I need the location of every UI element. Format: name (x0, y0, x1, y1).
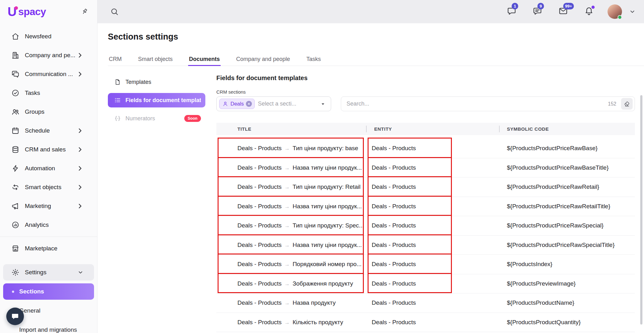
sidebar-item-smart-objects[interactable]: Smart objects (0, 178, 97, 197)
chat-widget-button[interactable] (6, 308, 24, 325)
cell-symbolic-code: ${ProductsProductName} (499, 299, 635, 306)
chevron-right-icon (76, 127, 84, 135)
table-body: Deals - Products→Тип ціни продукту: base… (216, 139, 635, 332)
cell-title: Deals - Products→Тип ціни продукту: Reta… (216, 183, 366, 190)
cell-title: Deals - Products→Назва типу ціни продук.… (216, 164, 366, 171)
sidebar-subitem-sections[interactable]: Sections (3, 283, 94, 300)
notification-badge: 1 (512, 3, 518, 9)
subitem-label: Import and migrations (19, 326, 77, 333)
tab-tasks[interactable]: Tasks (305, 55, 322, 66)
pin-icon[interactable] (79, 6, 90, 17)
sidebar-divider (0, 237, 97, 237)
cell-entity: Deals - Products (366, 242, 499, 248)
sidebar-item-marketing[interactable]: Marketing (0, 197, 97, 216)
search-box: 152 (341, 96, 635, 111)
tab-smart-objects[interactable]: Smart objects (137, 55, 174, 66)
cell-title: Deals - Products→Порядковий номер про... (216, 261, 366, 268)
sidebar: Uspacy NewsfeedCompany and pe...Communic… (0, 0, 97, 333)
crm-sections-select[interactable]: Deals Select a secti... (216, 96, 331, 111)
subnav-item-numerators[interactable]: NumeratorsSoon (108, 111, 205, 126)
tab-company-and-people[interactable]: Company and people (235, 55, 291, 66)
search-icon[interactable] (110, 7, 119, 16)
remove-chip-icon[interactable] (246, 101, 252, 107)
sidebar-nav: NewsfeedCompany and pe...Communication .… (0, 23, 97, 234)
person-icon (222, 101, 228, 107)
sidebar-item-automation[interactable]: Automation (0, 159, 97, 178)
cell-title: Deals - Products→Назва продукту (216, 299, 366, 306)
sidebar-item-label: Schedule (25, 127, 76, 134)
subnav-item-fields-for-document-templates[interactable]: Fields for document templates (108, 93, 205, 107)
settings-body: TemplatesFields for document templatesNu… (108, 66, 644, 333)
cell-title: Deals - Products→Зображення продукту (216, 280, 366, 287)
cell-entity: Deals - Products (366, 203, 499, 210)
sidebar-item-tasks[interactable]: Tasks (0, 84, 97, 102)
sidebar-item-company-and-pe[interactable]: Company and pe... (0, 46, 97, 65)
uspacy-logo[interactable]: Uspacy (8, 5, 46, 18)
sidebar-item-label: Smart objects (25, 184, 76, 191)
filter-controls: Deals Select a secti... 152 (216, 96, 635, 111)
sidebar-item-schedule[interactable]: Schedule (0, 121, 97, 140)
subnav-item-label: Fields for document templates (125, 97, 201, 104)
arrow-right-icon: → (284, 184, 290, 190)
mail-button[interactable]: 99+ (558, 6, 568, 17)
arrow-right-icon: → (284, 281, 290, 287)
chevron-right-icon (76, 183, 84, 191)
avatar[interactable] (608, 4, 622, 19)
search-input[interactable] (347, 101, 608, 107)
arrow-right-icon: → (284, 223, 290, 229)
clear-search-button[interactable] (621, 98, 633, 110)
schedule-icon (11, 127, 19, 135)
cell-title: Deals - Products→Тип ціни продукту: base (216, 145, 366, 152)
subnav-item-templates[interactable]: Templates (108, 75, 205, 89)
select-placeholder: Select a secti... (258, 101, 319, 107)
caret-down-icon[interactable] (319, 101, 326, 107)
scrollbar-thumb[interactable] (640, 95, 642, 325)
topbar-right: 1999+ (507, 4, 636, 19)
chevron-down-icon[interactable] (629, 8, 636, 15)
sidebar-header: Uspacy (0, 0, 97, 23)
eraser-icon (624, 101, 630, 107)
sidebar-item-crm-and-sales[interactable]: CRM and sales (0, 140, 97, 159)
sidebar-nav-bottom: Marketplace (0, 239, 97, 258)
table-row[interactable]: Deals - Products→Зображення продуктуDeal… (216, 274, 635, 294)
notification-badge: 99+ (563, 3, 574, 9)
notifications-button[interactable] (584, 6, 594, 17)
table-row[interactable]: Deals - Products→Тип ціни продукту: Spec… (216, 216, 635, 236)
table-row[interactable]: Deals - Products→Порядковий номер про...… (216, 255, 635, 274)
bullet-dot (12, 291, 14, 293)
chevron-right-icon (76, 202, 84, 210)
arrow-right-icon: → (284, 145, 290, 151)
messenger-button[interactable]: 9 (533, 6, 542, 17)
notification-dot (591, 6, 595, 9)
tab-crm[interactable]: CRM (108, 55, 123, 66)
sidebar-item-label: Company and pe... (25, 52, 76, 59)
marketing-icon (11, 202, 19, 210)
sidebar-item-label: Tasks (25, 90, 90, 96)
table-row[interactable]: Deals - Products→Тип ціни продукту: Reta… (216, 177, 635, 197)
sidebar-item-newsfeed[interactable]: Newsfeed (0, 27, 97, 46)
soon-badge: Soon (184, 115, 201, 122)
sidebar-item-settings[interactable]: Settings (3, 264, 94, 281)
sidebar-item-label: Analytics (25, 221, 90, 228)
sidebar-item-analytics[interactable]: Analytics (0, 216, 97, 234)
sidebar-item-groups[interactable]: Groups (0, 102, 97, 121)
company-icon (11, 51, 19, 59)
sidebar-item-marketplace[interactable]: Marketplace (0, 239, 97, 258)
sidebar-item-communication[interactable]: Communication ... (0, 65, 97, 84)
table-row[interactable]: Deals - Products→Назва типу ціни продук.… (216, 197, 635, 216)
fields-table: TITLEENTITYSYMBOLIC CODE Deals - Product… (216, 123, 635, 332)
table-row[interactable]: Deals - Products→Назва продуктуDeals - P… (216, 293, 635, 313)
comments-button[interactable]: 1 (507, 6, 516, 17)
chevron-down-icon (77, 269, 84, 276)
subitem-label: Sections (19, 288, 44, 295)
table-row[interactable]: Deals - Products→Кількість продуктуDeals… (216, 313, 635, 332)
column-header-entity: ENTITY (366, 123, 499, 135)
table-row[interactable]: Deals - Products→Назва типу ціни продук.… (216, 158, 635, 178)
table-row[interactable]: Deals - Products→Назва типу ціни продук.… (216, 236, 635, 255)
logo-dot (14, 6, 18, 10)
subnav-item-label: Numerators (125, 115, 155, 122)
table-row[interactable]: Deals - Products→Тип ціни продукту: base… (216, 139, 635, 158)
filter-chip-deals[interactable]: Deals (219, 99, 255, 109)
tab-documents[interactable]: Documents (188, 55, 221, 66)
templates-icon (114, 79, 121, 85)
